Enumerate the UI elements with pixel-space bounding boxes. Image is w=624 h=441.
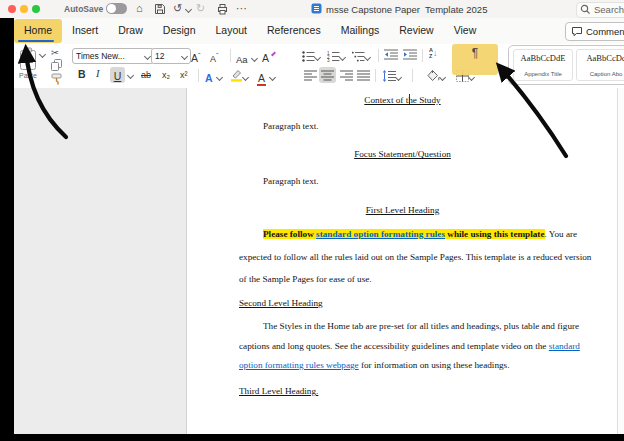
clear-formatting-brush — [271, 52, 276, 57]
increase-indent-button[interactable] — [403, 49, 417, 60]
save-icon[interactable] — [154, 3, 166, 15]
document-workspace: Context of the Study Paragraph text. Foc… — [14, 88, 624, 434]
show-paragraph-marks-button[interactable]: ¶ — [452, 44, 498, 75]
tab-home[interactable]: Home — [14, 19, 62, 43]
style-name: Caption Abo — [590, 71, 623, 77]
decrease-indent-icon — [384, 49, 398, 60]
highlight-color-chevron[interactable] — [242, 74, 249, 81]
heading-first-level: First Level Heading — [187, 205, 618, 215]
font-color-button[interactable]: A — [257, 69, 275, 85]
bullets-button[interactable] — [302, 49, 320, 65]
cut-button[interactable]: ✂ — [51, 48, 59, 58]
paste-label: Paste — [16, 72, 40, 79]
document-title: msse Capstone Paper Template 2025 — [326, 4, 487, 15]
subscript-button[interactable]: x₂ — [162, 71, 170, 80]
underline-button[interactable]: U — [110, 67, 125, 83]
tab-layout[interactable]: Layout — [205, 19, 257, 43]
print-button[interactable] — [216, 3, 229, 15]
font-name-chevron[interactable] — [144, 52, 151, 59]
align-center-icon — [321, 70, 334, 81]
borders-chevron[interactable] — [468, 74, 475, 81]
ribbon: Paste ✂ Times New... 12 Aˆ Aˇ — [14, 44, 624, 89]
highlight-color-button[interactable] — [230, 69, 248, 85]
tab-draw[interactable]: Draw — [108, 19, 153, 43]
close-window-button[interactable] — [8, 5, 16, 13]
italic-button[interactable]: I — [96, 69, 100, 80]
autosave-toggle[interactable] — [106, 3, 127, 14]
webpage-hyperlink-start[interactable]: standard — [549, 341, 580, 351]
undo-chevron[interactable] — [185, 6, 192, 13]
bold-button[interactable]: B — [78, 69, 86, 80]
align-right-button[interactable] — [340, 70, 353, 81]
decrease-indent-button[interactable] — [384, 49, 398, 60]
undo-button[interactable]: ↺ — [173, 1, 182, 15]
align-left-button[interactable] — [304, 70, 317, 81]
numbering-button[interactable]: 123 — [327, 49, 345, 65]
clear-formatting-letter: A — [262, 52, 269, 64]
paste-button[interactable] — [18, 47, 38, 71]
home-quick-icon[interactable]: ⌂ — [136, 1, 143, 15]
zoom-window-button[interactable] — [32, 5, 40, 13]
tab-view[interactable]: View — [444, 19, 487, 43]
superscript-button[interactable]: x² — [180, 71, 188, 80]
search-input[interactable]: Search — [576, 2, 624, 18]
bullets-chevron[interactable] — [314, 54, 321, 61]
search-icon — [580, 4, 591, 15]
heading-context-of-study: Context of the Study — [187, 95, 618, 105]
sort-arrow: ↓ — [433, 50, 437, 58]
style-card-caption-above[interactable]: AaBbCcDc Caption Abo — [576, 49, 624, 81]
multilevel-list-button[interactable] — [352, 49, 370, 65]
tab-review[interactable]: Review — [389, 19, 443, 43]
screen: AutoSave ⌂ ↺ ↻ ⋯ — [0, 0, 624, 441]
body-line: option formatting rules webpage for info… — [239, 360, 509, 370]
text-effects-button[interactable]: A — [205, 69, 222, 85]
font-name-select[interactable]: Times New... — [72, 48, 154, 64]
align-left-icon — [304, 70, 317, 81]
numbering-chevron[interactable] — [339, 54, 346, 61]
heading-third-level: Third Level Heading. — [239, 386, 318, 396]
font-size-chevron[interactable] — [181, 52, 188, 59]
justify-button[interactable] — [357, 70, 370, 81]
tab-mailings[interactable]: Mailings — [331, 19, 390, 43]
tab-insert[interactable]: Insert — [62, 19, 108, 43]
strikethrough-button[interactable]: ab — [141, 71, 151, 80]
shading-button[interactable] — [426, 69, 445, 85]
divider — [422, 49, 423, 62]
paint-bucket-icon — [426, 69, 440, 82]
change-case-chevron[interactable] — [251, 55, 258, 62]
multilevel-list-chevron[interactable] — [364, 54, 371, 61]
style-card-appendix-title[interactable]: AaBbCcDdE Appendix Title — [513, 49, 573, 81]
body-text: for information on using these headings. — [359, 360, 510, 370]
text-effects-chevron[interactable] — [216, 74, 223, 81]
shading-chevron[interactable] — [439, 74, 446, 81]
sort-button[interactable]: A Z ↓ — [429, 48, 437, 59]
font-size-select[interactable]: 12 — [151, 48, 191, 64]
comments-button[interactable]: Comments — [565, 22, 624, 41]
formatting-rules-hyperlink[interactable]: standard option formatting rules — [316, 229, 445, 239]
tab-references[interactable]: References — [257, 19, 331, 43]
line-spacing-button[interactable] — [382, 69, 401, 85]
underline-chevron[interactable] — [127, 72, 134, 79]
increase-indent-icon — [403, 49, 417, 60]
minimize-window-button[interactable] — [20, 5, 28, 13]
clear-formatting-button[interactable]: A — [262, 49, 276, 65]
vertical-scrollbar[interactable] — [617, 88, 624, 434]
webpage-hyperlink-end[interactable]: option formatting rules webpage — [239, 360, 359, 370]
autosave-toggle-knob — [107, 4, 116, 13]
copy-button[interactable] — [51, 59, 62, 71]
font-color-chevron[interactable] — [269, 74, 276, 81]
font-name-value: Times New... — [76, 52, 125, 61]
paragraph-text-2: Paragraph text. — [263, 176, 319, 186]
grow-font-button[interactable]: Aˆ — [191, 49, 201, 65]
styles-gallery: AaBbCcDdE Appendix Title AaBbCcDc Captio… — [508, 45, 624, 85]
tab-design[interactable]: Design — [153, 19, 206, 43]
more-commands-button[interactable]: ⋯ — [236, 1, 247, 15]
format-painter-button[interactable] — [51, 73, 62, 85]
shrink-font-button[interactable]: Aˇ — [210, 49, 219, 65]
redo-button[interactable]: ↻ — [196, 1, 205, 15]
document-page[interactable]: Context of the Study Paragraph text. Foc… — [186, 88, 618, 434]
line-spacing-chevron[interactable] — [395, 74, 402, 81]
align-center-button[interactable] — [319, 67, 336, 83]
paste-chevron[interactable] — [39, 51, 46, 58]
change-case-button[interactable]: Aa — [236, 50, 257, 66]
